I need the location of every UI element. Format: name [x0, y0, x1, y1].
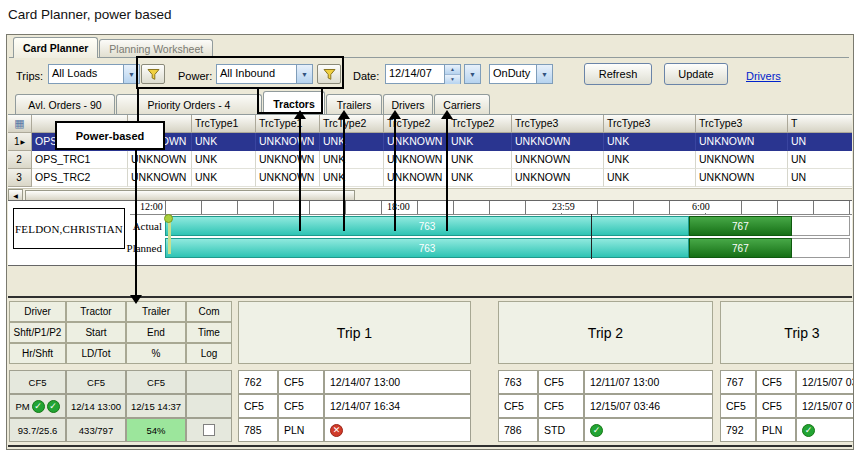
chevron-down-icon[interactable]: ▼ [536, 65, 552, 83]
card-cell: 12/15/07 07:08 [796, 394, 854, 418]
header-cell: Driver [9, 301, 66, 322]
card-cell: PLN [756, 418, 796, 442]
tick-label: 23:59 [550, 201, 577, 213]
planned-bar-row: 763 767 [165, 238, 850, 258]
empty-track [792, 216, 850, 236]
planned-row-label: Planned [120, 242, 162, 254]
empty-track [792, 238, 850, 258]
row-selector[interactable]: 3 [8, 169, 32, 187]
card-cell: 12/14/07 16:34 [324, 394, 471, 418]
column-header[interactable]: TrcType3 [604, 115, 696, 133]
header-cell: Hr/Shft [9, 343, 66, 364]
trip-cards-panel: Driver Tractor Trailer Com Shft/P1/P2 St… [8, 296, 852, 447]
log-checkbox[interactable] [203, 424, 215, 436]
scrollbar-thumb[interactable] [25, 190, 355, 201]
status-cell: ✓ [584, 418, 713, 442]
date-label: Date: [353, 70, 379, 82]
trip-bar-763[interactable]: 763 [165, 238, 689, 258]
update-button[interactable]: Update [664, 63, 728, 85]
card-cell: CF5 [498, 394, 538, 418]
card-cell: CF5 [238, 394, 278, 418]
duty-dropdown-value: OnDuty [490, 65, 536, 83]
grid-cell: UN [788, 133, 852, 151]
annotation-down-arrowhead-icon [130, 295, 142, 304]
annotation-power-box [136, 56, 344, 89]
grid-corner-icon[interactable]: ▦ [8, 115, 32, 133]
date-spinner[interactable]: 12/14/07 ▲▼ [385, 64, 461, 84]
card-cell: CF5 [278, 370, 324, 394]
card-cell: 12/15/07 03:46 [584, 394, 713, 418]
grid-cell: UNKNOWN [696, 169, 788, 187]
drivers-link[interactable]: Drivers [746, 70, 781, 82]
grid-cell: UNK [448, 169, 512, 187]
header-cell: Time [186, 322, 232, 343]
subtab-trailers[interactable]: Trailers [326, 94, 382, 115]
header-cell: Shft/P1/P2 [9, 322, 66, 343]
current-row-marker-icon: ▶ [20, 138, 25, 145]
error-status-icon: ✕ [330, 424, 343, 437]
trip2-card[interactable]: 763 CF5 12/11/07 13:00 CF5 CF5 12/15/07 … [498, 370, 713, 442]
trips-dropdown[interactable]: All Loads ▼ [48, 64, 140, 84]
column-header[interactable]: TrcType2 [320, 115, 384, 133]
tab-planning-worksheet[interactable]: Planning Worksheet [99, 39, 213, 57]
grid-cell: UNKNOWN [256, 151, 320, 169]
grid-cell: UNK [320, 169, 384, 187]
card-cell: 786 [498, 418, 538, 442]
trip1-card[interactable]: 762 CF5 12/14/07 13:00 CF5 CF5 12/14/07 … [238, 370, 471, 442]
date-calendar-button[interactable]: ▼ [464, 64, 481, 84]
summary-cell: CF5 [126, 370, 186, 394]
grid-cell: UN [788, 169, 852, 187]
grid-cell: UNK [320, 151, 384, 169]
column-header[interactable]: TrcType3 [512, 115, 604, 133]
card-cell: 12/14/07 13:00 [324, 370, 471, 394]
header-cell: LD/Tot [66, 343, 126, 364]
tab-card-planner[interactable]: Card Planner [13, 37, 98, 58]
grid-cell: UNKNOWN [512, 133, 604, 151]
annotation-up-arrowhead-icon [294, 110, 306, 119]
duty-dropdown[interactable]: OnDuty ▼ [489, 64, 553, 84]
card-cell: CF5 [278, 394, 324, 418]
column-header[interactable]: TrcType1 [192, 115, 256, 133]
row-selector[interactable]: 2 [8, 151, 32, 169]
column-header[interactable]: TrcType2 [448, 115, 512, 133]
spin-down-icon[interactable]: ▼ [445, 75, 460, 84]
card-cell: 785 [238, 418, 278, 442]
grid-cell: UNK [192, 133, 256, 151]
toolbar: Trips: All Loads ▼ Power: All Inbound ▼ … [8, 58, 852, 91]
column-header[interactable]: TrcType1 [256, 115, 320, 133]
row-selector[interactable]: 1▶ [8, 133, 32, 151]
trip-bar-767[interactable]: 767 [689, 238, 792, 258]
grid-cell: UNK [448, 151, 512, 169]
column-header[interactable]: T [788, 115, 852, 133]
card-cell: STD [538, 418, 584, 442]
grid-cell: UNKNOWN [696, 133, 788, 151]
summary-cell: CF5 [66, 370, 126, 394]
header-cell: End [126, 322, 186, 343]
shift-cell: PM✓✓ [9, 394, 66, 418]
annotation-up-arrowhead-icon [389, 110, 401, 119]
subtab-avl-orders[interactable]: Avl. Orders - 90 [15, 94, 115, 115]
header-cell: Start [66, 322, 126, 343]
trip1-header: Trip 1 [238, 301, 471, 364]
trip3-card[interactable]: 767 CF5 12/15/07 03:47 CF5 CF5 12/15/07 … [720, 370, 854, 442]
page-title: Card Planner, power based [8, 7, 172, 22]
refresh-button[interactable]: Refresh [584, 63, 652, 85]
date-spin-buttons[interactable]: ▲▼ [444, 65, 460, 83]
trip-bar-763[interactable]: 763 [165, 216, 689, 236]
trips-dropdown-value: All Loads [49, 65, 123, 83]
summary-cell [186, 394, 232, 418]
tick-label: 12:00 [138, 201, 165, 213]
trip-bar-767[interactable]: 767 [689, 216, 792, 236]
column-header[interactable]: TrcType3 [696, 115, 788, 133]
header-cell: Tractor [66, 301, 126, 322]
card-cell: 762 [238, 370, 278, 394]
header-cell: Com [186, 301, 232, 322]
actual-row-label: Actual [120, 220, 162, 232]
card-cell: 763 [498, 370, 538, 394]
spin-up-icon[interactable]: ▲ [445, 65, 460, 75]
driver-summary-card[interactable]: CF5 CF5 CF5 PM✓✓ 12/14 13:00 12/15 14:37… [9, 370, 232, 442]
grid-cell: UN [788, 151, 852, 169]
annotation-up-arrowhead-icon [441, 110, 453, 119]
summary-cell: 433/797 [66, 418, 126, 442]
actual-bar-row: 763 767 [165, 216, 850, 236]
